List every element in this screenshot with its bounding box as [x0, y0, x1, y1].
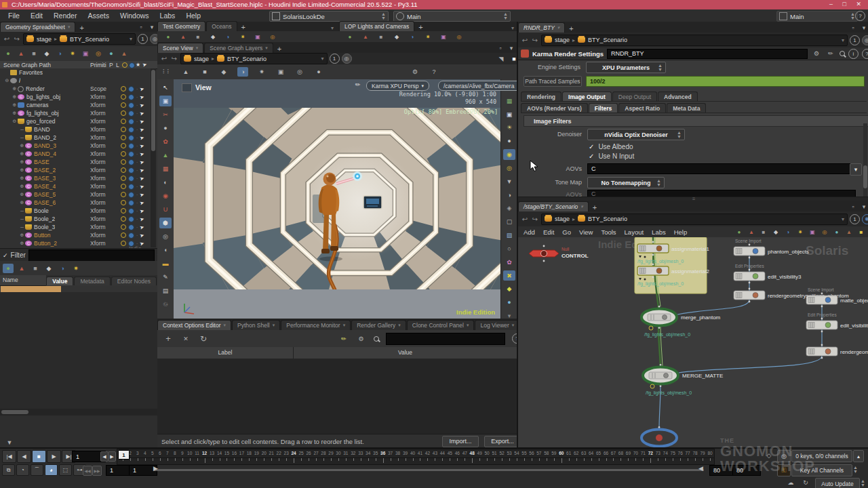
- filter-check-icon[interactable]: ✓: [3, 252, 8, 259]
- visibility-icon[interactable]: [128, 192, 134, 198]
- select-cursor-icon[interactable]: ➤: [139, 216, 145, 222]
- light-sampling-icon[interactable]: ◎: [503, 163, 515, 174]
- visibility-icon[interactable]: [128, 143, 134, 149]
- tonemap-select[interactable]: No Tonemapping: [587, 177, 665, 188]
- sun-light-icon[interactable]: ▲: [360, 32, 371, 41]
- color-correction-icon[interactable]: ✿: [503, 257, 515, 268]
- pencil-icon[interactable]: ✎: [336, 331, 351, 346]
- lock-display-icon[interactable]: ▣: [503, 109, 515, 120]
- selected-param-row[interactable]: [1, 286, 61, 292]
- activation-icon[interactable]: [121, 135, 126, 140]
- tree-row-band-4[interactable]: ⊕CBAND_4Xform·➤: [0, 150, 151, 158]
- renderer-selector[interactable]: Karma XPU Persp▾: [366, 81, 429, 91]
- snap-dimension-icon[interactable]: ▦: [159, 163, 172, 174]
- select-cursor-icon[interactable]: ➤: [139, 134, 145, 141]
- visibility-icon[interactable]: [128, 184, 134, 190]
- reflections-toggle-icon[interactable]: ◈: [503, 203, 515, 214]
- split-columns-view-icon[interactable]: ■: [30, 264, 41, 273]
- tab-editor-nodes[interactable]: Editor Nodes: [111, 277, 157, 285]
- recook-scene-icon[interactable]: ↻: [800, 478, 811, 487]
- dots-grid-icon[interactable]: ◑: [783, 227, 793, 237]
- net-menu-view[interactable]: View: [575, 228, 597, 236]
- tree-row-band-3[interactable]: ⊕CBAND_3Xform·➤: [0, 142, 151, 150]
- flag-display-icon[interactable]: ▲: [746, 227, 757, 237]
- folder-tab-advanced[interactable]: Advanced: [658, 92, 698, 101]
- rs-info-icon[interactable]: i: [848, 49, 859, 59]
- tab-geometry-spreadsheet[interactable]: Geometry Spreadsheet▾: [0, 22, 75, 32]
- snap-magnet-a-icon[interactable]: ◉: [159, 190, 172, 201]
- stool-light-icon[interactable]: ◆: [391, 32, 402, 41]
- visibility-icon[interactable]: [128, 102, 134, 108]
- activation-icon[interactable]: [121, 176, 126, 181]
- rs-new-tab[interactable]: +: [566, 24, 576, 33]
- tree-row-button-2[interactable]: ⊕CButton_2Xform·➤: [0, 239, 151, 247]
- set-key-icon[interactable]: ◇: [764, 451, 774, 460]
- select-cursor-icon[interactable]: ➤: [139, 199, 145, 206]
- wrench-tools-icon[interactable]: ●: [734, 227, 745, 237]
- pane-menu-icon-2[interactable]: ▾: [506, 43, 517, 53]
- node-output[interactable]: [642, 426, 677, 447]
- folder-tab-image-output[interactable]: Image Output: [562, 92, 612, 101]
- tab-rndr-bty[interactable]: RNDR_BTY▾: [518, 22, 565, 33]
- rs-search-icon[interactable]: [840, 51, 845, 56]
- tree-row-bg-lights-obj[interactable]: ⊕Cbg_lights_objXform·➤: [0, 93, 151, 101]
- shelf-menu-right-icon[interactable]: ▾: [511, 25, 514, 31]
- duck-light-icon[interactable]: ◎: [454, 32, 465, 41]
- zoom-search-icon[interactable]: ▲: [844, 227, 854, 237]
- net-new-tab[interactable]: +: [589, 203, 600, 211]
- tab-test-geometry[interactable]: Test Geometry: [157, 21, 205, 31]
- node-MERGE_MATTE[interactable]: MERGE_MATTE/fg_lights_obj/mesh_0: [643, 364, 723, 396]
- pan-tool-icon[interactable]: ▲: [180, 67, 191, 77]
- import-button[interactable]: Import...: [442, 436, 479, 447]
- grid-snap-icon[interactable]: ◆: [770, 227, 781, 237]
- tab-render-gallery[interactable]: Render Gallery▾: [351, 320, 406, 330]
- place-light-icon[interactable]: ✿: [159, 136, 172, 147]
- breadcrumb-path[interactable]: stage▸ BTY_Scenario▾: [23, 33, 136, 45]
- breadcrumb-path-4[interactable]: stage▸ BTY_Scenario▾: [541, 214, 848, 225]
- node-name-field[interactable]: RNDR_BTY: [607, 49, 808, 59]
- pane-maximize-icon[interactable]: ▫: [136, 22, 146, 32]
- add-icon[interactable]: +: [163, 334, 174, 344]
- gear-menu-icon[interactable]: ⚙: [410, 67, 420, 77]
- filter-funnel-icon[interactable]: ▼︎: [4, 438, 15, 447]
- construction-plane-icon[interactable]: ◖: [159, 245, 172, 256]
- tree-row-base-2[interactable]: ⊕CBASE_2Xform·➤: [0, 166, 151, 174]
- use-albedo-checkbox[interactable]: ✓Use Albedo: [589, 143, 633, 150]
- tree-row-base-5[interactable]: ⊕CBASE_5Xform·➤: [0, 190, 151, 199]
- overlay-toggle-icon[interactable]: ▨: [503, 230, 515, 241]
- activation-icon[interactable]: [121, 224, 126, 230]
- recook-icon[interactable]: ↻: [198, 334, 209, 344]
- desktop-selector[interactable]: SolarisLookDe▲▼: [269, 11, 389, 22]
- recycle-bin-icon[interactable]: ♲: [159, 299, 172, 310]
- female-figure-icon[interactable]: ▣: [252, 32, 263, 41]
- jump-to-start-button[interactable]: |◀: [2, 450, 16, 463]
- edit-pencil-icon[interactable]: ✎: [354, 81, 362, 89]
- frame-bounds-icon[interactable]: ●: [106, 49, 117, 58]
- visibility-icon[interactable]: [128, 224, 134, 230]
- node-CONTROL[interactable]: NullCONTROL: [529, 245, 589, 262]
- visibility-icon[interactable]: [128, 208, 134, 214]
- select-cursor-icon[interactable]: ➤: [139, 232, 145, 239]
- select-cursor-icon[interactable]: ➤: [139, 142, 145, 149]
- view-tool-icon[interactable]: ⬢: [159, 218, 172, 228]
- menu-labs[interactable]: Labs: [155, 12, 181, 20]
- node-edit_visibility2[interactable]: Edit Propertiesedit_visibility2: [806, 312, 868, 332]
- select-cursor-icon[interactable]: ➤: [139, 167, 145, 174]
- tree-row-favorites[interactable]: Favorites: [0, 68, 151, 77]
- snowflake-icon[interactable]: ❄: [862, 214, 868, 224]
- play-forward-button[interactable]: ▶: [47, 450, 61, 463]
- menu-render[interactable]: Render: [48, 12, 82, 20]
- pane-maximize-icon-5[interactable]: ▫: [848, 202, 859, 211]
- key-menu-spinner[interactable]: ▲▼: [853, 466, 858, 474]
- camera-selector[interactable]: /cameras/Alive_fbx/Camera▾: [438, 81, 525, 91]
- follow-selection-icon[interactable]: ◎: [93, 49, 104, 58]
- menu-assets[interactable]: Assets: [82, 12, 115, 20]
- tab-python-shell[interactable]: Python Shell▾: [232, 320, 280, 330]
- playhead[interactable]: 1: [118, 450, 130, 460]
- activation-icon[interactable]: [121, 216, 126, 222]
- value-column[interactable]: Value: [294, 347, 517, 359]
- info-icon[interactable]: ◑: [54, 49, 65, 58]
- shelf-menu-left-icon[interactable]: ▾: [331, 25, 334, 31]
- tree-row-fg-lights-obj[interactable]: ⊕Cfg_lights_objXform·➤: [0, 109, 151, 117]
- context-search-input[interactable]: [386, 333, 506, 345]
